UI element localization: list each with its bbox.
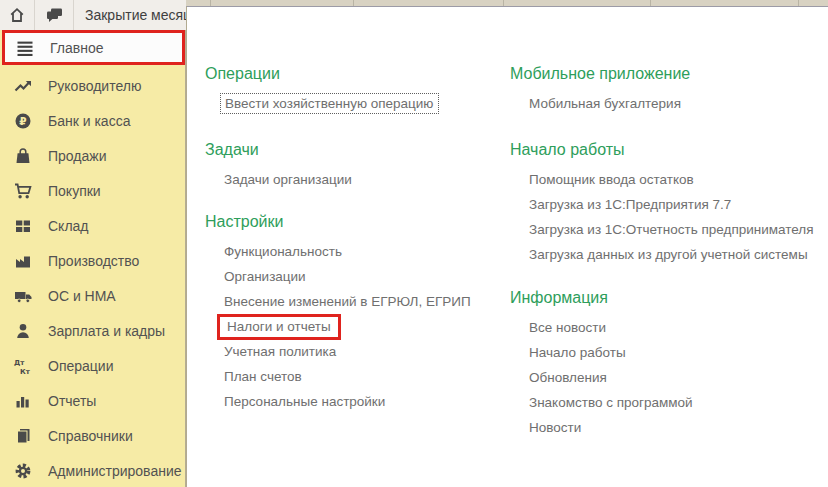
bar-chart-icon bbox=[13, 392, 33, 410]
section-settings: Настройки Функциональность Организации В… bbox=[205, 212, 510, 414]
link-novosti[interactable]: Новости bbox=[529, 420, 581, 435]
sidebar-item-pokupki[interactable]: Покупки bbox=[0, 173, 185, 208]
tab-title: Закрытие месяц bbox=[85, 7, 186, 23]
link-zagruzka-drugoy-sistemy[interactable]: Загрузка данных из другой учетной систем… bbox=[529, 247, 808, 262]
sidebar-item-label: Руководителю bbox=[48, 78, 141, 94]
section-title-operations: Операции bbox=[205, 64, 510, 84]
main-menu-panel: Операции Ввести хозяйственную операцию З… bbox=[186, 6, 828, 487]
link-nachalo-raboty[interactable]: Начало работы bbox=[529, 345, 626, 360]
books-icon bbox=[13, 427, 33, 445]
sidebar-item-label: Главное bbox=[50, 40, 104, 56]
sidebar-item-label: Производство bbox=[48, 253, 139, 269]
factory-icon bbox=[13, 252, 33, 270]
sidebar-item-label: Операции bbox=[48, 358, 114, 374]
section-mobile-app: Мобильное приложение Мобильная бухгалтер… bbox=[510, 64, 815, 116]
sidebar-item-zarplata-i-kadry[interactable]: Зарплата и кадры bbox=[0, 313, 185, 348]
svg-text:₽: ₽ bbox=[19, 114, 26, 126]
section-title-information: Информация bbox=[510, 288, 815, 308]
link-znakomstvo-s-programmoy[interactable]: Знакомство с программой bbox=[529, 395, 693, 410]
sidebar-item-administrirovanie[interactable]: Администрирование bbox=[0, 453, 185, 487]
link-vse-novosti[interactable]: Все новости bbox=[529, 320, 606, 335]
link-nalogi-i-otchety[interactable]: Налоги и отчеты bbox=[217, 314, 341, 340]
link-plan-schetov[interactable]: План счетов bbox=[224, 369, 302, 384]
sidebar-item-label: Зарплата и кадры bbox=[48, 323, 165, 339]
truck-icon bbox=[13, 287, 33, 305]
chat-discussions-icon bbox=[45, 6, 64, 24]
link-organizatsii[interactable]: Организации bbox=[224, 269, 306, 284]
sidebar-item-os-i-nma[interactable]: ОС и НМА bbox=[0, 278, 185, 313]
link-vvesti-khozoperatsiyu[interactable]: Ввести хозяйственную операцию bbox=[220, 93, 439, 114]
section-operations: Операции Ввести хозяйственную операцию bbox=[205, 64, 510, 116]
sidebar-list: Руководителю ₽ Банк и касса bbox=[0, 68, 185, 487]
home-icon bbox=[8, 6, 26, 24]
link-obnovleniya[interactable]: Обновления bbox=[529, 370, 607, 385]
sidebar-item-label: Администрирование bbox=[48, 463, 182, 479]
section-title-settings: Настройки bbox=[205, 212, 510, 232]
menu-icon bbox=[15, 39, 35, 57]
gear-icon bbox=[13, 462, 33, 480]
grid-icon bbox=[13, 217, 33, 235]
trend-icon bbox=[13, 77, 33, 95]
sidebar-item-spravochniki[interactable]: Справочники bbox=[0, 418, 185, 453]
section-title-tasks: Задачи bbox=[205, 140, 510, 160]
cart-icon bbox=[13, 182, 33, 200]
open-tab-closing-month[interactable]: Закрытие месяц bbox=[74, 0, 186, 30]
link-uchetnaya-politika[interactable]: Учетная политика bbox=[224, 344, 336, 359]
home-button[interactable] bbox=[0, 0, 34, 30]
sidebar-item-label: Отчеты bbox=[48, 393, 96, 409]
sidebar-item-bank-i-kassa[interactable]: ₽ Банк и касса bbox=[0, 103, 185, 138]
discussions-button[interactable] bbox=[35, 0, 73, 30]
link-zadachi-organizatsii[interactable]: Задачи организации bbox=[224, 172, 352, 187]
link-pomoshchnik-vvoda-ostatkov[interactable]: Помощник ввода остатков bbox=[529, 172, 694, 187]
top-toolbar: Закрытие месяц bbox=[0, 0, 186, 30]
section-getting-started: Начало работы Помощник ввода остатков За… bbox=[510, 140, 815, 267]
sidebar-item-label: Склад bbox=[48, 218, 89, 234]
sidebar-item-glavnoe[interactable]: Главное bbox=[2, 30, 185, 65]
sidebar-item-proizvodstvo[interactable]: Производство bbox=[0, 243, 185, 278]
debit-credit-icon: Дт Кт bbox=[13, 357, 33, 375]
link-funktsionalnost[interactable]: Функциональность bbox=[224, 244, 342, 259]
link-mobilnaya-bukhgalteriya[interactable]: Мобильная бухгалтерия bbox=[529, 96, 681, 111]
sidebar-item-label: Банк и касса bbox=[48, 113, 130, 129]
section-tasks: Задачи Задачи организации bbox=[205, 140, 510, 192]
svg-text:Кт: Кт bbox=[20, 367, 31, 375]
sidebar-item-label: ОС и НМА bbox=[48, 288, 116, 304]
sidebar-item-operatsii[interactable]: Дт Кт Операции bbox=[0, 348, 185, 383]
section-title-mobile-app: Мобильное приложение bbox=[510, 64, 815, 84]
sidebar-item-rukovoditelyu[interactable]: Руководителю bbox=[0, 68, 185, 103]
section-information: Информация Все новости Начало работы Обн… bbox=[510, 288, 815, 440]
link-personalnye-nastroyki[interactable]: Персональные настройки bbox=[224, 394, 385, 409]
sidebar-item-label: Справочники bbox=[48, 428, 133, 444]
svg-text:Дт: Дт bbox=[14, 358, 25, 366]
sidebar-sections: Главное Руководителю ₽ bbox=[0, 30, 186, 487]
person-icon bbox=[13, 322, 33, 340]
link-zagruzka-1c-otchetnost[interactable]: Загрузка из 1С:Отчетность предпринимател… bbox=[529, 222, 814, 237]
ruble-icon: ₽ bbox=[13, 112, 33, 130]
sidebar-item-label: Продажи bbox=[48, 148, 106, 164]
section-title-getting-started: Начало работы bbox=[510, 140, 815, 160]
sidebar-item-prodazhi[interactable]: Продажи bbox=[0, 138, 185, 173]
sidebar-item-label: Покупки bbox=[48, 183, 101, 199]
link-egryul-egrip[interactable]: Внесение изменений в ЕГРЮЛ, ЕГРИП bbox=[224, 294, 471, 309]
sidebar-item-sklad[interactable]: Склад bbox=[0, 208, 185, 243]
app-window: Закрытие месяц Операции Ввести хозяйстве… bbox=[0, 0, 828, 487]
sidebar-item-otchety[interactable]: Отчеты bbox=[0, 383, 185, 418]
bag-icon bbox=[13, 147, 33, 165]
link-zagruzka-1c-77[interactable]: Загрузка из 1С:Предприятия 7.7 bbox=[529, 197, 731, 212]
